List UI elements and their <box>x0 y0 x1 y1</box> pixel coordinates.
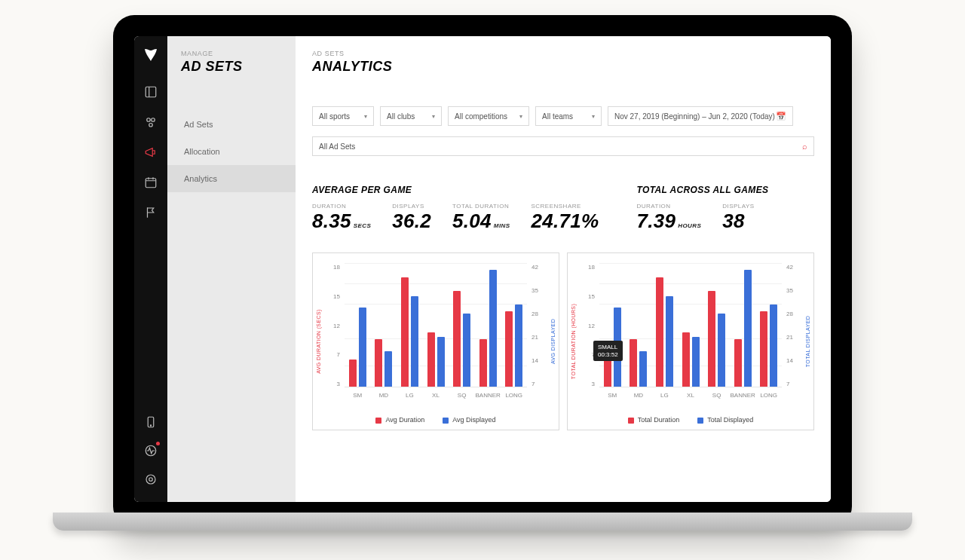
calendar-icon: 📅 <box>776 112 786 121</box>
dashboard-icon[interactable] <box>143 84 158 99</box>
chart-ylabel-right: AVG DISPLAYED <box>550 319 556 364</box>
search-icon: ⌕ <box>802 142 807 151</box>
chart-bar[interactable] <box>656 277 663 387</box>
filter-club[interactable]: All clubs▾ <box>380 106 442 126</box>
stats-total-header: TOTAL ACROSS ALL GAMES <box>636 185 768 195</box>
svg-point-3 <box>149 124 153 127</box>
chart-category-label: XL <box>432 392 440 399</box>
filter-competition[interactable]: All competitions▾ <box>448 106 529 126</box>
chart-bar[interactable] <box>708 291 715 387</box>
chart-bar[interactable] <box>437 337 445 387</box>
chart-category-label: MD <box>634 392 643 399</box>
flag-icon[interactable] <box>143 205 158 220</box>
chart-category-label: BANNER <box>476 392 501 399</box>
stat-avg-displays: DISPLAYS 36.2 <box>392 203 431 233</box>
stat-value: 7.39 <box>636 210 676 233</box>
chart-bar[interactable] <box>770 304 777 387</box>
chart-bar[interactable] <box>401 277 409 387</box>
ads-icon[interactable] <box>143 145 158 160</box>
chart-yaxis-right: 42352821147 <box>786 264 797 387</box>
stat-value: 24.71% <box>531 210 599 233</box>
side-nav-analytics[interactable]: Analytics <box>167 165 296 192</box>
chevron-down-icon: ▾ <box>592 113 595 120</box>
chart-category: LG <box>397 264 423 387</box>
stat-total-duration: DURATION 7.39HOURS <box>636 203 701 233</box>
chart-bar[interactable] <box>744 270 752 387</box>
chart-bar[interactable] <box>718 314 725 387</box>
device-icon[interactable] <box>143 415 158 430</box>
chart-tooltip: SMALL00:3:52 <box>593 341 623 361</box>
stat-unit: MINS <box>494 222 510 229</box>
laptop-base <box>53 513 912 531</box>
brand-logo[interactable] <box>142 45 160 66</box>
calendar-icon[interactable] <box>143 175 158 190</box>
page-eyebrow: AD SETS <box>312 50 814 57</box>
chart-category-label: BANNER <box>731 392 755 399</box>
chart-category: SQ <box>703 264 730 387</box>
chart-bar[interactable] <box>411 296 418 387</box>
chart-bar[interactable] <box>375 339 382 387</box>
chart-bar[interactable] <box>639 351 647 387</box>
legend-swatch-icon <box>628 418 634 424</box>
legend-swatch-icon <box>697 418 703 424</box>
filter-team[interactable]: All teams▾ <box>535 106 602 126</box>
chart-bar[interactable] <box>384 351 392 387</box>
chart-bar[interactable] <box>515 304 522 387</box>
stats-avg-group: AVERAGE PER GAME DURATION 8.35SECS DISPL… <box>312 185 599 233</box>
svg-point-8 <box>146 475 155 484</box>
chart-bar[interactable] <box>489 270 497 387</box>
stat-label: DURATION <box>636 203 701 210</box>
side-nav-allocation[interactable]: Allocation <box>181 138 296 165</box>
svg-rect-4 <box>146 179 156 188</box>
chart-bar[interactable] <box>479 339 487 387</box>
chart-ylabel-left: TOTAL DURATION (HOURS) <box>571 304 576 379</box>
chart-bar[interactable] <box>630 339 637 387</box>
chart-bar[interactable] <box>349 360 357 387</box>
users-icon[interactable] <box>143 115 158 130</box>
stat-label: SCREENSHARE <box>531 203 599 210</box>
stat-unit: HOURS <box>678 222 701 229</box>
chart-legend: Total DurationTotal Displayed <box>568 416 813 424</box>
chart-category-label: LG <box>660 392 669 399</box>
page-title: ANALYTICS <box>312 59 814 75</box>
side-title: AD SETS <box>181 59 296 75</box>
stat-value: 38 <box>722 210 745 233</box>
filter-sport[interactable]: All sports▾ <box>312 106 374 126</box>
chart-category: XL <box>678 264 704 387</box>
chart-bar[interactable] <box>734 339 742 387</box>
stat-unit: SECS <box>354 222 371 229</box>
chart-category: LG <box>651 264 678 387</box>
chart-bar[interactable] <box>666 296 673 387</box>
chart-category-label: SQ <box>712 392 721 399</box>
chart-bar[interactable] <box>760 311 767 387</box>
filter-bar: All sports▾ All clubs▾ All competitions▾… <box>312 106 814 156</box>
settings-icon[interactable] <box>143 472 158 487</box>
filter-competition-label: All competitions <box>455 112 507 121</box>
chart-category: SM <box>345 264 371 387</box>
chart-category-label: XL <box>687 392 694 399</box>
activity-icon[interactable] <box>143 443 158 458</box>
app-screen: MANAGE AD SETS Ad Sets Allocation Analyt… <box>134 36 831 502</box>
chart-avg: AVG DURATION (SECS)AVG DISPLAYED18151273… <box>312 252 559 430</box>
chart-category: MD <box>371 264 397 387</box>
filter-daterange[interactable]: Nov 27, 2019 (Beginning) – Jun 2, 2020 (… <box>608 106 793 126</box>
chart-yaxis-left: 18151273 <box>329 264 340 387</box>
chart-bar[interactable] <box>682 332 690 387</box>
chart-bar[interactable] <box>427 332 435 387</box>
chart-category: XL <box>423 264 449 387</box>
chart-bar[interactable] <box>463 314 470 387</box>
stat-avg-screenshare: SCREENSHARE 24.71% <box>531 203 599 233</box>
chart-bar[interactable] <box>604 360 611 387</box>
chart-bar[interactable] <box>692 337 700 387</box>
stat-avg-duration: DURATION 8.35SECS <box>312 203 371 233</box>
stat-label: DISPLAYS <box>722 203 755 210</box>
filter-club-label: All clubs <box>387 112 415 121</box>
stat-label: DISPLAYS <box>392 203 431 210</box>
chart-bar[interactable] <box>505 311 513 387</box>
chart-category-label: LONG <box>760 392 777 399</box>
side-nav: Ad Sets Allocation Analytics <box>181 111 296 192</box>
side-nav-adsets[interactable]: Ad Sets <box>181 111 296 138</box>
chart-bar[interactable] <box>359 308 366 387</box>
chart-bar[interactable] <box>453 291 461 387</box>
filter-adset-search[interactable]: All Ad Sets⌕ <box>312 136 814 156</box>
